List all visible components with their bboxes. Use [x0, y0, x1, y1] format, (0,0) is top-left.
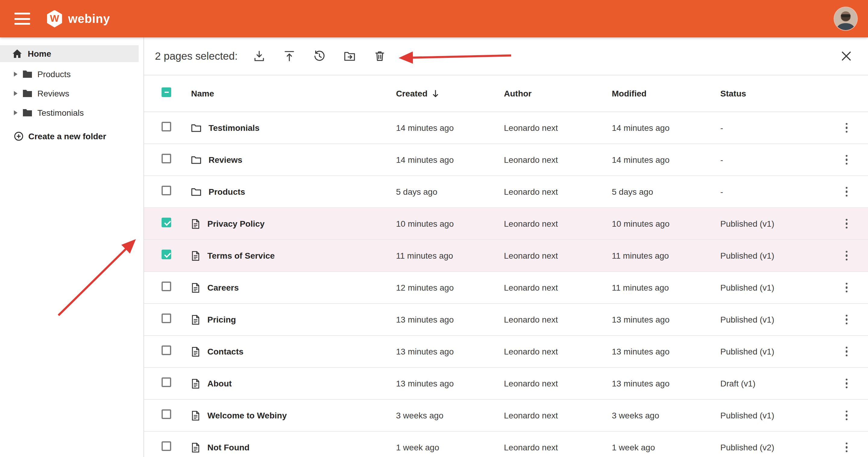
row-menu-icon[interactable] — [843, 216, 850, 231]
table-row[interactable]: Pricing 13 minutes ago Leonardo next 13 … — [144, 304, 868, 336]
row-checkbox[interactable] — [161, 218, 171, 227]
row-checkbox[interactable] — [161, 250, 171, 259]
row-modified: 11 minutes ago — [612, 251, 720, 261]
table-row[interactable]: Testimonials 14 minutes ago Leonardo nex… — [144, 112, 868, 144]
select-all-checkbox[interactable] — [161, 87, 171, 97]
upload-icon — [283, 50, 296, 63]
row-menu-icon[interactable] — [843, 248, 850, 263]
sidebar-item-products[interactable]: Products — [0, 64, 144, 84]
sort-desc-icon[interactable] — [431, 89, 440, 98]
row-modified: 13 minutes ago — [612, 315, 720, 324]
row-name: Privacy Policy — [207, 219, 265, 228]
header-modified[interactable]: Modified — [612, 89, 647, 98]
menu-icon[interactable] — [14, 13, 30, 25]
row-menu-icon[interactable] — [843, 376, 850, 391]
row-status: Published (v1) — [720, 315, 838, 324]
row-name: Welcome to Webiny — [207, 410, 287, 420]
chevron-right-icon[interactable] — [14, 91, 18, 96]
header-created[interactable]: Created — [396, 89, 427, 98]
row-menu-icon[interactable] — [843, 344, 850, 359]
row-created: 13 minutes ago — [396, 378, 504, 388]
export-button[interactable] — [282, 49, 297, 63]
folder-icon — [22, 70, 33, 79]
move-to-folder-button[interactable] — [342, 49, 357, 63]
table-row[interactable]: Terms of Service 11 minutes ago Leonardo… — [144, 240, 868, 272]
row-created: 5 days ago — [396, 187, 504, 196]
row-checkbox[interactable] — [161, 313, 171, 323]
chevron-right-icon[interactable] — [14, 110, 18, 115]
row-modified: 3 weeks ago — [612, 410, 720, 420]
row-status: Draft (v1) — [720, 378, 838, 388]
folder-icon — [191, 187, 201, 196]
table-row[interactable]: Products 5 days ago Leonardo next 5 days… — [144, 176, 868, 208]
sidebar-item-reviews[interactable]: Reviews — [0, 84, 144, 103]
table-row[interactable]: Privacy Policy 10 minutes ago Leonardo n… — [144, 208, 868, 240]
page-icon — [191, 346, 200, 357]
row-name: Products — [209, 187, 245, 196]
row-created: 1 week ago — [396, 443, 504, 452]
row-checkbox[interactable] — [161, 122, 171, 131]
avatar[interactable] — [834, 7, 857, 30]
row-name: Reviews — [209, 155, 242, 164]
row-author: Leonardo next — [504, 315, 612, 324]
webiny-logo-badge: W — [46, 10, 63, 27]
row-modified: 13 minutes ago — [612, 378, 720, 388]
row-author: Leonardo next — [504, 410, 612, 420]
sidebar-item-testimonials[interactable]: Testimonials — [0, 103, 144, 122]
table-row[interactable]: Contacts 13 minutes ago Leonardo next 13… — [144, 336, 868, 368]
row-status: Published (v1) — [720, 283, 838, 293]
download-button[interactable] — [252, 49, 267, 63]
home-icon — [12, 49, 22, 59]
page-icon — [191, 218, 200, 229]
row-name: Contacts — [207, 347, 244, 356]
restore-button[interactable] — [312, 49, 327, 63]
download-icon — [253, 50, 266, 63]
row-created: 11 minutes ago — [396, 251, 504, 261]
table-row[interactable]: Reviews 14 minutes ago Leonardo next 14 … — [144, 144, 868, 176]
row-checkbox[interactable] — [161, 441, 171, 451]
row-modified: 14 minutes ago — [612, 123, 720, 133]
row-status: Published (v1) — [720, 251, 838, 261]
chevron-right-icon[interactable] — [14, 72, 18, 77]
row-checkbox[interactable] — [161, 281, 171, 291]
webiny-logo-text: webiny — [68, 12, 110, 26]
row-author: Leonardo next — [504, 378, 612, 388]
row-menu-icon[interactable] — [843, 153, 850, 167]
row-checkbox[interactable] — [161, 154, 171, 163]
webiny-logo[interactable]: W webiny — [46, 10, 110, 27]
page-icon — [191, 442, 200, 453]
trash-icon — [373, 50, 386, 63]
row-checkbox[interactable] — [161, 377, 171, 387]
row-menu-icon[interactable] — [843, 280, 850, 295]
row-menu-icon[interactable] — [843, 184, 850, 199]
row-status: Published (v2) — [720, 443, 838, 452]
row-menu-icon[interactable] — [843, 121, 850, 135]
row-menu-icon[interactable] — [843, 408, 850, 423]
row-menu-icon[interactable] — [843, 440, 850, 455]
row-status: Published (v1) — [720, 347, 838, 356]
row-created: 14 minutes ago — [396, 123, 504, 133]
row-modified: 10 minutes ago — [612, 219, 720, 228]
header-author[interactable]: Author — [504, 89, 532, 98]
header-name[interactable]: Name — [191, 89, 214, 98]
table-row[interactable]: About 13 minutes ago Leonardo next 13 mi… — [144, 368, 868, 400]
row-menu-icon[interactable] — [843, 312, 850, 327]
sidebar-item-home[interactable]: Home — [0, 45, 138, 62]
folder-tree: Products Reviews Testimonials — [0, 64, 144, 122]
create-folder-button[interactable]: Create a new folder — [0, 127, 144, 145]
page-icon — [191, 282, 200, 293]
row-modified: 5 days ago — [612, 187, 720, 196]
delete-button[interactable] — [373, 49, 387, 63]
table-row[interactable]: Not Found 1 week ago Leonardo next 1 wee… — [144, 432, 868, 457]
row-checkbox[interactable] — [161, 409, 171, 419]
header-status[interactable]: Status — [720, 89, 746, 98]
table-row[interactable]: Welcome to Webiny 3 weeks ago Leonardo n… — [144, 400, 868, 432]
row-author: Leonardo next — [504, 347, 612, 356]
table-row[interactable]: Careers 12 minutes ago Leonardo next 11 … — [144, 272, 868, 304]
row-created: 14 minutes ago — [396, 155, 504, 164]
row-author: Leonardo next — [504, 155, 612, 164]
row-checkbox[interactable] — [161, 186, 171, 195]
folder-icon — [22, 109, 33, 117]
row-checkbox[interactable] — [161, 345, 171, 355]
close-selection-button[interactable] — [839, 49, 854, 63]
